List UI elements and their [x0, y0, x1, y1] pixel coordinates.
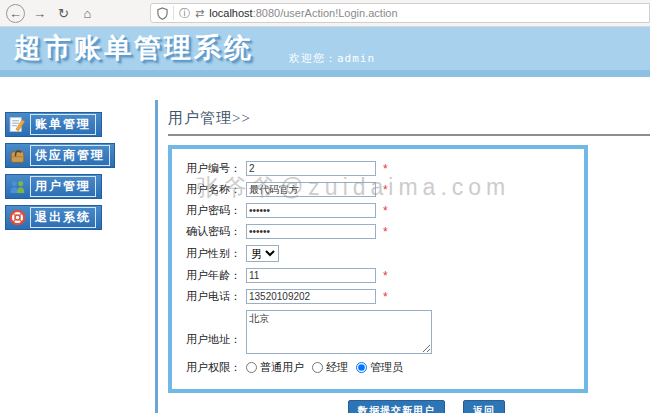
- welcome-text: 欢迎您：admin: [289, 51, 375, 66]
- app-header: 超市账单管理系统 欢迎您：admin: [0, 27, 650, 77]
- refresh-icon: ↻: [58, 7, 69, 20]
- user-form: 用户编号： * 用户名称： * 用户密码： * 确认密码： * 用户性别： 男 …: [168, 145, 588, 393]
- form-row-password: 用户密码： *: [186, 203, 584, 218]
- info-icon[interactable]: ⓘ: [179, 8, 190, 19]
- url-path: :8080/userAction!Login.action: [253, 7, 398, 19]
- supplier-icon: [9, 147, 26, 164]
- page-title: 用户管理>>: [168, 109, 650, 128]
- return-button[interactable]: 返回: [463, 400, 505, 413]
- form-row-confirm-password: 确认密码： *: [186, 224, 584, 239]
- form-row-gender: 用户性别： 男: [186, 245, 584, 262]
- permission-option-admin[interactable]: 管理员: [356, 360, 403, 375]
- users-icon: [9, 178, 26, 195]
- phone-input[interactable]: [246, 289, 376, 304]
- form-row-user-name: 用户名称： *: [186, 182, 584, 197]
- submit-new-user-button[interactable]: 数据提交新用户: [348, 400, 445, 413]
- sidebar-item-label: 供应商管理: [30, 145, 110, 166]
- shield-icon[interactable]: [157, 7, 168, 20]
- required-asterisk: *: [383, 163, 388, 175]
- form-actions: 数据提交新用户 返回: [168, 400, 650, 413]
- address-textarea[interactable]: 北京: [246, 310, 432, 354]
- form-row-permission: 用户权限： 普通用户 经理 管理员: [186, 360, 584, 375]
- exit-icon: [9, 209, 26, 226]
- radio-label: 经理: [326, 360, 348, 375]
- forward-icon: →: [33, 7, 46, 20]
- url-text: localhost:8080/userAction!Login.action: [209, 7, 397, 19]
- gender-select[interactable]: 男: [246, 245, 279, 262]
- url-bar[interactable]: ⓘ ⇄ localhost:8080/userAction!Login.acti…: [150, 3, 650, 23]
- main-content: 用户管理>> 用户编号： * 用户名称： * 用户密码： * 确认密码： * 用…: [155, 100, 650, 413]
- required-asterisk: *: [383, 226, 388, 238]
- sidebar-item-bill-management[interactable]: 账单管理: [5, 112, 102, 137]
- field-label: 用户名称：: [186, 182, 246, 197]
- field-label: 用户年龄：: [186, 268, 246, 283]
- form-row-phone: 用户电话： *: [186, 289, 584, 304]
- password-input[interactable]: [246, 203, 376, 218]
- age-input[interactable]: [246, 268, 376, 283]
- permissions-icon[interactable]: ⇄: [195, 8, 204, 19]
- normal-user-radio[interactable]: [246, 362, 257, 373]
- radio-label: 普通用户: [260, 360, 304, 375]
- confirm-password-input[interactable]: [246, 224, 376, 239]
- required-asterisk: *: [383, 270, 388, 282]
- forward-button[interactable]: →: [30, 4, 49, 23]
- user-name-input[interactable]: [246, 182, 376, 197]
- bill-icon: [9, 116, 26, 133]
- sidebar-item-user-management[interactable]: 用户管理: [5, 174, 102, 199]
- form-row-address: 用户地址： 北京: [186, 310, 584, 354]
- sidebar-item-exit-system[interactable]: 退出系统: [5, 205, 102, 230]
- sidebar-item-supplier-management[interactable]: 供应商管理: [5, 143, 115, 168]
- radio-label: 管理员: [370, 360, 403, 375]
- field-label: 用户性别：: [186, 246, 246, 261]
- browser-toolbar: ← → ↻ ⌂ ⓘ ⇄ localhost:8080/userAction!Lo…: [0, 0, 650, 27]
- required-asterisk: *: [383, 184, 388, 196]
- user-id-input[interactable]: [246, 161, 376, 176]
- title-divider: [168, 134, 650, 136]
- required-asterisk: *: [383, 205, 388, 217]
- home-icon: ⌂: [84, 7, 92, 20]
- permission-option-manager[interactable]: 经理: [312, 360, 348, 375]
- required-asterisk: *: [383, 291, 388, 303]
- refresh-button[interactable]: ↻: [54, 4, 73, 23]
- field-label: 用户权限：: [186, 360, 246, 375]
- field-label: 用户编号：: [186, 161, 246, 176]
- sidebar-nav: 账单管理 供应商管理 用户管理: [5, 112, 115, 236]
- form-row-user-id: 用户编号： *: [186, 161, 584, 176]
- permission-option-normal-user[interactable]: 普通用户: [246, 360, 304, 375]
- home-button[interactable]: ⌂: [78, 4, 97, 23]
- url-host: localhost: [209, 7, 252, 19]
- field-label: 用户电话：: [186, 289, 246, 304]
- back-icon: ←: [9, 7, 22, 20]
- form-row-age: 用户年龄： *: [186, 268, 584, 283]
- field-label: 用户密码：: [186, 203, 246, 218]
- field-label: 用户地址：: [186, 332, 246, 347]
- manager-radio[interactable]: [312, 362, 323, 373]
- app-title: 超市账单管理系统: [14, 30, 254, 66]
- sidebar-item-label: 退出系统: [30, 207, 96, 228]
- sidebar-item-label: 用户管理: [30, 176, 96, 197]
- field-label: 确认密码：: [186, 224, 246, 239]
- url-separator: [173, 6, 174, 20]
- back-button[interactable]: ←: [6, 4, 25, 23]
- sidebar-item-label: 账单管理: [30, 114, 96, 135]
- admin-radio[interactable]: [356, 362, 367, 373]
